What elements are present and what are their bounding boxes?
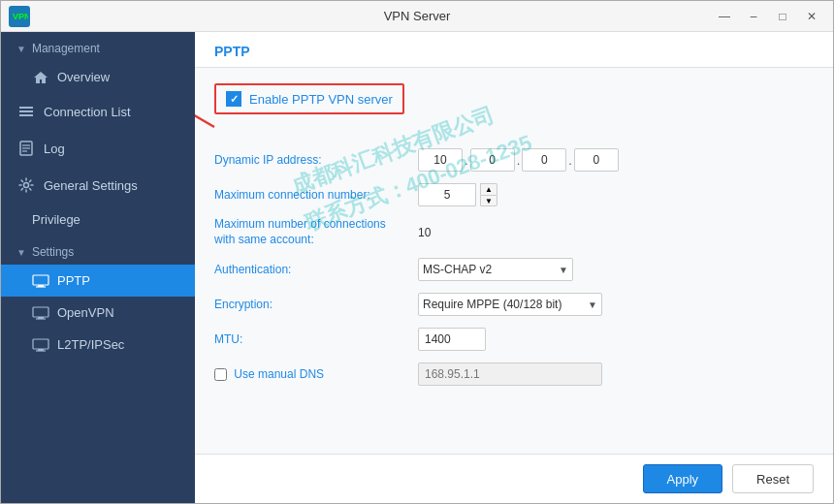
chevron-down-icon: ▼ <box>16 44 26 54</box>
logo-icon: VPN <box>11 7 28 26</box>
chevron-down-auth-icon: ▼ <box>559 265 568 275</box>
encryption-select[interactable]: Require MPPE (40/128 bit) ▼ <box>418 293 602 316</box>
dns-row: Use manual DNS <box>214 362 814 387</box>
authentication-value: MS-CHAP v2 <box>423 263 492 276</box>
svg-rect-13 <box>33 307 48 317</box>
svg-rect-16 <box>33 339 48 349</box>
enable-label: Enable PPTP VPN server <box>249 92 393 107</box>
close-button[interactable]: ✕ <box>798 6 825 27</box>
svg-rect-3 <box>19 110 33 112</box>
spinner-down-button[interactable]: ▼ <box>480 195 497 206</box>
max-same-value: 10 <box>418 226 431 239</box>
max-connection-control: ▲ ▼ <box>418 183 497 206</box>
home-icon <box>32 71 49 84</box>
sidebar-item-pptp[interactable]: PPTP <box>1 265 195 297</box>
reset-button[interactable]: Reset <box>732 464 814 493</box>
svg-rect-2 <box>19 107 33 109</box>
maximize-button[interactable]: □ <box>769 6 796 27</box>
sidebar-item-log[interactable]: Log <box>1 130 195 167</box>
encryption-value: Require MPPE (40/128 bit) <box>423 298 561 311</box>
sidebar-item-connection-list[interactable]: Connection List <box>1 93 195 130</box>
sidebar-section-management[interactable]: ▼ Management <box>1 32 195 61</box>
sidebar-item-general-settings[interactable]: General Settings <box>1 167 195 204</box>
max-same-label-line1: Maximum number of connections <box>214 217 386 231</box>
use-manual-dns-label: Use manual DNS <box>234 367 324 381</box>
screen-l2tp-icon <box>32 338 49 352</box>
sidebar: ▼ Management Overview Connection List <box>1 32 195 503</box>
dns-input[interactable] <box>418 362 602 386</box>
encryption-row: Encryption: Require MPPE (40/128 bit) ▼ <box>214 292 814 317</box>
max-connection-input[interactable] <box>418 183 476 206</box>
dynamic-ip-control: . . . <box>418 148 619 172</box>
apply-button[interactable]: Apply <box>643 464 723 493</box>
dns-label: Use manual DNS <box>214 367 418 381</box>
sidebar-item-l2tp-label: L2TP/IPSec <box>57 337 124 352</box>
screen-openvpn-icon <box>32 306 49 320</box>
content-header: PPTP <box>195 32 833 68</box>
window-controls: ― – □ ✕ <box>711 6 825 27</box>
section-title: PPTP <box>214 44 250 59</box>
max-connection-label: Maximum connection number: <box>214 188 418 202</box>
use-manual-dns-checkbox[interactable] <box>214 368 227 381</box>
sidebar-item-connection-list-label: Connection List <box>44 105 131 119</box>
gear-icon <box>16 175 36 195</box>
chevron-down-icon-settings: ▼ <box>16 247 26 258</box>
checkmark-icon: ✓ <box>230 93 239 106</box>
content-footer: Apply Reset <box>195 454 833 503</box>
ip-dot-2: . <box>517 153 521 168</box>
doc-icon <box>16 139 36 158</box>
sidebar-item-log-label: Log <box>44 142 65 156</box>
max-same-account-control: 10 <box>418 226 431 239</box>
dynamic-ip-row: Dynamic IP address: . . . <box>214 147 814 173</box>
titlebar: VPN VPN Server ― – □ ✕ <box>1 1 833 32</box>
ip-dot-3: . <box>568 153 572 168</box>
ip-field-3[interactable] <box>522 148 566 172</box>
max-same-label-line2: with same account: <box>214 233 314 246</box>
mtu-label: MTU: <box>214 332 418 346</box>
max-same-account-row: Maximum number of connections with same … <box>214 217 814 247</box>
sidebar-item-general-settings-label: General Settings <box>44 178 138 193</box>
content-body: 成都科汇科技有限公司 联系方式：400-028-1235 ✓ Enable PP… <box>195 68 833 454</box>
sidebar-item-privilege[interactable]: Privilege <box>1 204 195 236</box>
sidebar-item-privilege-label: Privilege <box>32 212 80 227</box>
sidebar-section-settings[interactable]: ▼ Settings <box>1 236 195 265</box>
encryption-label: Encryption: <box>214 298 418 311</box>
sidebar-item-overview-label: Overview <box>57 70 110 84</box>
dns-control <box>418 362 602 386</box>
mtu-input[interactable] <box>418 328 486 351</box>
svg-rect-10 <box>33 275 48 285</box>
authentication-select[interactable]: MS-CHAP v2 ▼ <box>418 258 573 281</box>
ip-field-4[interactable] <box>574 148 619 172</box>
ip-field-1[interactable] <box>418 148 463 172</box>
authentication-row: Authentication: MS-CHAP v2 ▼ <box>214 257 814 282</box>
list-icon <box>16 102 36 121</box>
max-connection-row: Maximum connection number: ▲ ▼ <box>214 182 814 207</box>
chevron-down-enc-icon: ▼ <box>588 299 597 310</box>
content-area: PPTP 成都科汇科技有限公司 联系方式：400-028-1235 ✓ Enab… <box>195 32 833 503</box>
app-logo: VPN <box>9 6 30 27</box>
window-title: VPN Server <box>384 9 451 23</box>
sidebar-item-openvpn-label: OpenVPN <box>57 305 114 320</box>
authentication-control: MS-CHAP v2 ▼ <box>418 258 573 281</box>
app-window: VPN VPN Server ― – □ ✕ ▼ Management <box>0 0 834 504</box>
sidebar-item-l2tp-ipsec[interactable]: L2TP/IPSec <box>1 329 195 361</box>
sidebar-settings-label: Settings <box>32 245 74 259</box>
encryption-control: Require MPPE (40/128 bit) ▼ <box>418 293 602 316</box>
pin-button[interactable]: ― <box>711 6 738 27</box>
main-layout: ▼ Management Overview Connection List <box>1 32 833 503</box>
ip-group: . . . <box>418 148 619 172</box>
svg-text:VPN: VPN <box>13 12 28 21</box>
svg-point-9 <box>24 183 29 188</box>
enable-pptp-row[interactable]: ✓ Enable PPTP VPN server <box>214 83 404 114</box>
spinner-buttons: ▲ ▼ <box>480 183 497 206</box>
ip-field-2[interactable] <box>470 148 515 172</box>
sidebar-management-label: Management <box>32 42 100 55</box>
sidebar-item-overview[interactable]: Overview <box>1 61 195 93</box>
svg-rect-4 <box>19 114 33 116</box>
enable-checkbox[interactable]: ✓ <box>226 91 241 107</box>
spinner-up-button[interactable]: ▲ <box>480 183 497 195</box>
minimize-button[interactable]: – <box>740 6 767 27</box>
red-arrow-svg <box>195 74 224 132</box>
sidebar-item-openvpn[interactable]: OpenVPN <box>1 297 195 329</box>
sidebar-item-pptp-label: PPTP <box>57 273 90 288</box>
